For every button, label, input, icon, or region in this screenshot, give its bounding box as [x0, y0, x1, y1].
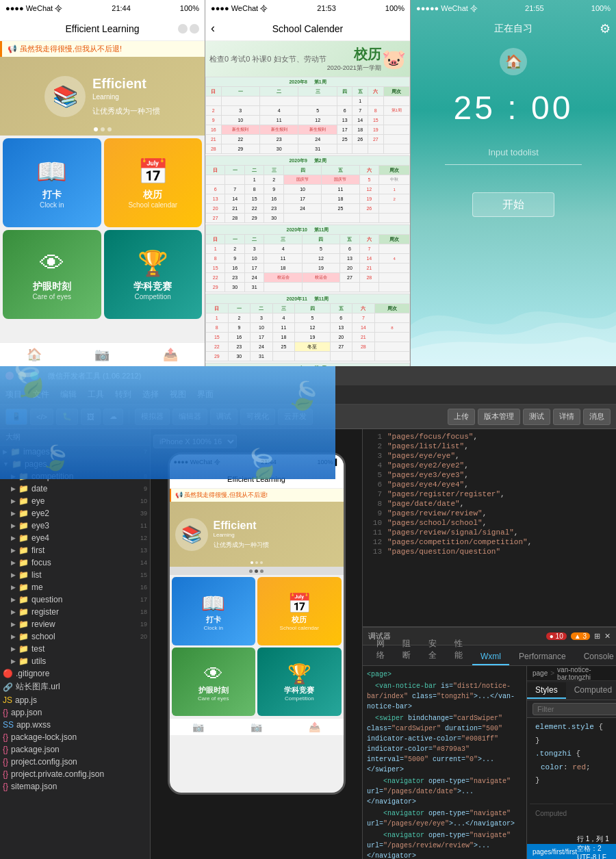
code-line-4: 4 "pages/eye2/eye2",: [365, 461, 613, 470]
file-tree-item-sitemap[interactable]: {} sitemap.json: [0, 780, 150, 793]
file-tree-item-package-lock[interactable]: {} package-lock.json: [0, 731, 150, 743]
git-file-icon: 🔴: [3, 669, 13, 678]
grid-item-clockin[interactable]: 📖 打卡 Clock in: [3, 138, 101, 227]
start-button[interactable]: 开始: [472, 192, 554, 217]
phone1-battery: 100%: [180, 4, 199, 12]
grid-item-competition[interactable]: 🏆 学科竞赛 Competition: [104, 230, 203, 319]
mini-grid-eye: 👁 护眼时刻 Care of eyes: [172, 648, 256, 716]
file-tree-item-review[interactable]: ▶ 📁 review 19: [0, 618, 150, 630]
insp-tab-styles[interactable]: Styles: [527, 682, 566, 699]
competition-icon: 🏆: [138, 249, 168, 278]
upload-button[interactable]: 上传: [448, 409, 475, 425]
xml-nav-date[interactable]: <navigator open-type="navigate" url="/pa…: [365, 775, 524, 808]
phone1-grid: 📖 打卡 Clock in 📅 校历 School calendar 👁 护眼时…: [0, 136, 205, 322]
timer-input[interactable]: Input todolist: [445, 140, 582, 165]
file-tree-item-test[interactable]: ▶ 📁 test: [0, 643, 150, 655]
file-tree-item-project-private[interactable]: {} project.private.config.json: [0, 768, 150, 780]
phone1-menu-dot[interactable]: [178, 24, 188, 34]
css-rules-area: element.style { } .tongzhi { color: red;…: [527, 718, 616, 844]
tab-block[interactable]: 阻断: [394, 635, 419, 665]
phone3-network: ●●●●● WeChat 令: [416, 3, 478, 14]
phone1-statusbar: ●●●● WeChat 令 21:44 100%: [0, 0, 205, 16]
file-tree-item-list[interactable]: ▶ 📁 list 15: [0, 569, 150, 581]
file-tree-item-focus[interactable]: ▶ 📁 focus 14: [0, 556, 150, 569]
css-rule-close: }: [530, 774, 613, 788]
css-rule-element-close: }: [530, 734, 613, 748]
wave-decoration: [411, 284, 616, 366]
tab-security[interactable]: 安全: [420, 635, 445, 665]
phone1-menu-dot2[interactable]: [190, 24, 199, 34]
test-button[interactable]: 测试: [523, 409, 550, 425]
insp-tab-computed[interactable]: Computed: [566, 682, 616, 699]
xml-page[interactable]: <page>: [365, 669, 524, 680]
phone1-efficient-learning: ●●●● WeChat 令 21:44 100% Efficient Learn…: [0, 0, 205, 366]
file-tree-item-package[interactable]: {} package.json: [0, 743, 150, 756]
xml-notice-bar[interactable]: <van-notice-bar is="dist1/notice-bar/ind…: [365, 680, 524, 713]
code-line-8: 8 "page/date/date",: [365, 499, 613, 509]
devtools-collapse-button[interactable]: ⊞: [594, 632, 600, 641]
file-tree-item-me[interactable]: ▶ 📁 me 16: [0, 581, 150, 593]
wxml-tree: <page> <van-notice-bar is="dist1/notice-…: [363, 666, 527, 859]
phone1-network: ●●●● WeChat 令: [5, 3, 62, 14]
grid-item-calendar[interactable]: 📅 校历 School calendar: [104, 138, 203, 227]
css-rule-color[interactable]: color: red;: [530, 761, 613, 775]
clockin-icon: 📖: [36, 157, 67, 186]
file-tree-item-question[interactable]: ▶ 📁 question 17: [0, 593, 150, 606]
status-right: 行 1，列 1 空格：2 UTF-8 LF JSON: [577, 834, 611, 859]
file-tree-item-register[interactable]: ▶ 📁 register 18: [0, 606, 150, 618]
tab-wxml[interactable]: Wxml: [472, 649, 509, 665]
mini-bottom-icon1: 📷: [192, 721, 204, 732]
file-tree-item-eye2[interactable]: ▶ 📁 eye2 39: [0, 507, 150, 520]
css-rule-tongzhi: .tongzhi {: [530, 747, 613, 761]
phone1-swiper[interactable]: 📚 Efficient Learning 让优秀成为一种习惯: [0, 57, 205, 136]
file-tree-item-date[interactable]: ▶ 📁 date 9: [0, 483, 150, 495]
file-tree-item-first[interactable]: ▶ 📁 first 13: [0, 544, 150, 556]
tab-perf[interactable]: Performance: [511, 649, 574, 665]
code-area: 1 "pages/focus/focus", 2 "pages/list/lis…: [363, 429, 616, 626]
filter-input[interactable]: [532, 703, 616, 715]
timer-display: 25 : 00: [411, 89, 616, 127]
file-tree-item-gitignore[interactable]: 🔴 .gitignore: [0, 667, 150, 680]
phone1-notice-text: 虽然我走得很慢,但我从不后退!: [20, 44, 122, 54]
ide-statusbar: pages/first/first 行 1，列 1 空格：2 UTF-8 LF …: [527, 844, 616, 859]
xml-swiper[interactable]: <swiper bindchange="cardSwiper" class="c…: [365, 713, 524, 775]
computed-label: Computed: [530, 807, 613, 820]
back-button[interactable]: ‹: [211, 21, 215, 36]
devtools-tabs: 网络 阻断 安全 性能 Wxml Performance Console Sou…: [363, 645, 616, 666]
home-icon[interactable]: 🏠: [27, 347, 42, 362]
screenshot-icon[interactable]: 📷: [94, 347, 110, 362]
phone2-statusbar: ●●●● WeChat 令 21:53 100%: [205, 0, 410, 16]
file-tree-item-eye3[interactable]: ▶ 📁 eye3 11: [0, 520, 150, 532]
details-button[interactable]: 详情: [553, 409, 580, 425]
file-tree-item-utils[interactable]: ▶ 📁 utils: [0, 655, 150, 667]
tab-performance[interactable]: 性能: [446, 635, 471, 665]
phone3-title: 正在自习: [494, 23, 532, 35]
tab-console[interactable]: Console: [576, 649, 616, 665]
breadcrumb-notice[interactable]: van-notice-bar.tongzhi: [557, 666, 611, 681]
xml-nav-eye[interactable]: <navigator open-type="navigate" url="/pa…: [365, 808, 524, 830]
inspector-tabs: Styles Computed Dataset Component Data S…: [527, 681, 616, 700]
phone1-notice-bar: 📢 虽然我走得很慢,但我从不后退!: [0, 41, 205, 57]
file-tree-item-app-wxss[interactable]: SS app.wxss: [0, 719, 150, 731]
file-tree-item-project-config[interactable]: {} project.config.json: [0, 756, 150, 768]
file-tree-item-school[interactable]: ▶ 📁 school 20: [0, 630, 150, 643]
phone3-battery: 100%: [591, 4, 611, 12]
ide-main-content: 大纲 ▶ 📁 images 7 ▼ 📁 pages ▶ 📁 competitio…: [0, 429, 616, 859]
tab-network[interactable]: 网络: [368, 635, 393, 665]
file-tree-item-eye4[interactable]: ▶ 📁 eye4 12: [0, 532, 150, 544]
xml-nav-review[interactable]: <navigator open-type="navigate" url="/pa…: [365, 830, 524, 859]
file-tree-item-url[interactable]: 🔗 站长图库.url: [0, 680, 150, 694]
breadcrumb-page[interactable]: page: [532, 669, 548, 677]
devtools-close-button[interactable]: ✕: [604, 632, 611, 641]
phone2-titlebar: ‹ School Calender: [205, 16, 410, 41]
version-mgmt-button[interactable]: 版本管理: [478, 409, 520, 425]
file-tree-item-app-js[interactable]: JS app.js: [0, 694, 150, 706]
settings-icon[interactable]: ⚙: [600, 21, 611, 36]
mini-bottom-bar: 📷 📷 📤: [170, 718, 344, 735]
share-icon[interactable]: 📤: [163, 347, 178, 362]
file-tree-item-eye[interactable]: ▶ 📁 eye 10: [0, 495, 150, 507]
code-line-5: 5 "pages/eye3/eye3",: [365, 470, 613, 480]
message-button[interactable]: 消息: [583, 409, 611, 425]
grid-item-eye[interactable]: 👁 护眼时刻 Care of eyes: [3, 230, 101, 319]
file-tree-item-app-json[interactable]: {} app.json: [0, 706, 150, 719]
